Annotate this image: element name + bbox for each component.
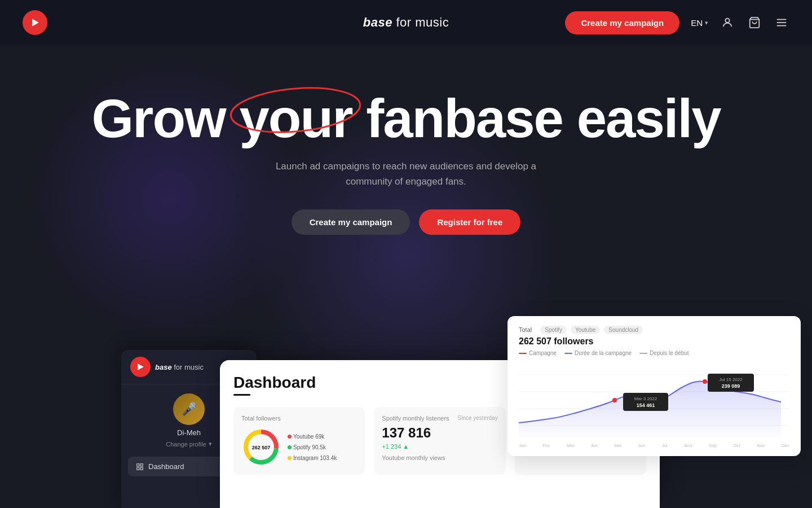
chart-x-labels: Jan Fev Mar Avr Mai Jun Jul Aoû Sep Oct …: [519, 443, 789, 448]
svg-rect-26: [708, 374, 754, 392]
chart-legend: Campagne Durée de la campagne Depuis le …: [519, 350, 789, 356]
svg-point-22: [703, 379, 707, 384]
x-label-avr: Avr: [591, 443, 598, 448]
change-profile-link[interactable]: Change profile ▾: [166, 440, 212, 448]
language-selector[interactable]: EN ▾: [691, 18, 708, 28]
lang-label: EN: [691, 18, 703, 28]
user-icon[interactable]: [720, 15, 735, 30]
navbar-right: Create my campaign EN ▾: [565, 11, 789, 34]
spotify-header: Spotify monthly listeners Since yesterda…: [382, 415, 497, 425]
hero-buttons: Create my campaign Register for free: [0, 209, 812, 235]
spotify-since: Since yesterday: [458, 415, 498, 421]
x-label-jan: Jan: [519, 443, 526, 448]
x-label-aou: Aoû: [684, 443, 692, 448]
chart-tab-soundcloud[interactable]: Soundcloud: [604, 326, 643, 334]
spotify-value: 137 816: [382, 425, 497, 441]
hero-create-campaign-button[interactable]: Create my campaign: [292, 209, 411, 235]
chart-tab-spotify[interactable]: Spotify: [540, 326, 567, 334]
svg-point-1: [725, 19, 729, 23]
total-followers-label: Total followers: [241, 415, 357, 422]
x-label-mai: Mai: [614, 443, 621, 448]
dashboard-icon: [136, 463, 144, 471]
legend-instagram: Instagram 103.4k: [288, 453, 337, 463]
legend-duration: Durée de la campagne: [564, 350, 632, 356]
chart-tab-youtube[interactable]: Youtube: [571, 326, 600, 334]
chart-total-label: Total Spotify Youtube Soundcloud: [519, 326, 789, 333]
youtube-views-label: Youtube monthly views: [382, 454, 497, 461]
x-label-dec: Déc: [782, 443, 789, 448]
x-label-jul: Jul: [662, 443, 668, 448]
svg-rect-23: [623, 393, 668, 411]
hero-title-your: your: [239, 90, 352, 147]
hero-title-part2: fanbase easily: [352, 88, 720, 148]
chart-panel: Total Spotify Youtube Soundcloud 262 507…: [508, 316, 801, 456]
cart-icon[interactable]: [747, 15, 762, 30]
svg-text:Jul 15 2022: Jul 15 2022: [719, 377, 743, 382]
donut-chart-container: 262 507 Youtube 69k Spotify 90.5k Instag…: [241, 427, 357, 467]
logo-icon: [23, 10, 47, 35]
legend-campagne: Campagne: [519, 350, 557, 356]
campagne-line: [519, 353, 527, 354]
hero-subtitle: Launch ad campaigns to reach new audienc…: [0, 159, 812, 189]
mini-brand: base for music: [155, 363, 204, 371]
menu-icon[interactable]: [774, 15, 789, 30]
your-ellipse-decoration: [228, 85, 363, 135]
x-label-mar: Mar: [567, 443, 575, 448]
since-line: [639, 353, 647, 354]
total-followers-card: Total followers 262 507 Youtube 69k Spot…: [233, 407, 365, 475]
svg-rect-8: [137, 463, 139, 466]
svg-marker-7: [138, 364, 144, 370]
legend-spotify: Spotify 90.5k: [288, 442, 337, 453]
chevron-down-icon: ▾: [705, 19, 708, 27]
hero-register-button[interactable]: Register for free: [419, 209, 520, 235]
navbar: base for music Create my campaign EN ▾: [0, 0, 812, 45]
chart-container: Mar 3 2022 154 461 Jul 15 2022 239 089 J…: [519, 361, 789, 448]
legend-since: Depuis le début: [639, 350, 689, 356]
logo[interactable]: [23, 10, 47, 35]
nav-create-campaign-button[interactable]: Create my campaign: [565, 11, 679, 34]
play-icon-small: [130, 357, 151, 377]
chart-followers-count: 262 507 followers: [519, 336, 789, 347]
hero-title: Grow your fanbase easily: [91, 90, 720, 147]
chart-tabs: Spotify Youtube Soundcloud: [540, 326, 643, 333]
spotify-monthly-label: Spotify monthly listeners: [382, 415, 449, 422]
x-label-sep: Sep: [709, 443, 717, 448]
duration-line: [564, 353, 572, 354]
chart-tooltip-1: Mar 3 2022 154 461: [623, 393, 668, 411]
donut-chart: 262 507: [241, 427, 281, 467]
hero-section: Grow your fanbase easily Launch ad campa…: [0, 45, 812, 235]
svg-rect-10: [137, 467, 139, 470]
preview-area: base for music 🎤 Di-Meh Change profile ▾…: [0, 327, 812, 508]
svg-point-21: [612, 398, 617, 402]
legend-youtube: Youtube 69k: [288, 431, 337, 442]
chart-tooltip-2: Jul 15 2022 239 089: [708, 374, 754, 392]
line-chart: Mar 3 2022 154 461 Jul 15 2022 239 089: [519, 361, 789, 440]
avatar: 🎤: [173, 393, 205, 425]
svg-marker-0: [32, 19, 39, 26]
spotify-monthly-card: Spotify monthly listeners Since yesterda…: [374, 407, 505, 475]
svg-text:154 461: 154 461: [637, 402, 655, 408]
svg-rect-11: [140, 467, 143, 470]
dashboard-nav-label: Dashboard: [148, 462, 184, 471]
artist-name: Di-Meh: [177, 428, 201, 437]
svg-text:Mar 3 2022: Mar 3 2022: [634, 396, 657, 401]
svg-text:239 089: 239 089: [722, 383, 740, 389]
x-label-oct: Oct: [733, 443, 740, 448]
dashboard-underline: [233, 394, 250, 396]
spotify-change: +1 234 ▲: [382, 443, 497, 450]
x-label-nov: Nov: [757, 443, 765, 448]
svg-point-6: [230, 85, 363, 135]
x-label-jun: Jun: [638, 443, 645, 448]
x-label-fev: Fev: [542, 443, 550, 448]
brand-name: base for music: [363, 15, 449, 30]
svg-rect-9: [140, 463, 143, 466]
donut-legend: Youtube 69k Spotify 90.5k Instagram 103.…: [288, 431, 337, 463]
hero-title-part1: Grow: [91, 88, 239, 148]
svg-text:262 507: 262 507: [252, 445, 271, 450]
